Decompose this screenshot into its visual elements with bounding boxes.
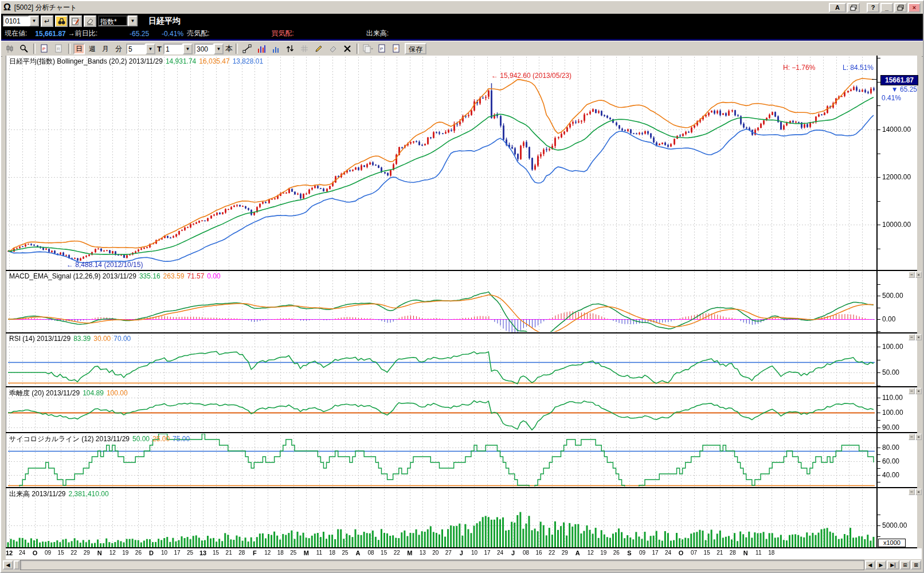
sort-arrows-button[interactable] [284, 43, 296, 55]
pane-close-button[interactable]: × [915, 334, 922, 340]
pane-close-button[interactable]: × [915, 489, 922, 495]
eraser-icon [86, 17, 94, 25]
pane-close-button[interactable]: × [915, 388, 922, 394]
scroll-split-handle[interactable] [14, 560, 19, 570]
help-button[interactable]: ? [867, 3, 879, 13]
copy-chart-button[interactable] [362, 43, 374, 55]
export-settings-button[interactable]: P [376, 43, 389, 55]
scroll-left2-button[interactable]: ◀ [865, 560, 875, 570]
volume2-overlay-button[interactable] [269, 43, 282, 55]
trendline-button[interactable] [241, 43, 253, 55]
pane-minimize-button[interactable]: − [909, 434, 915, 440]
search-button[interactable] [55, 15, 68, 27]
x-axis-label: 22 [71, 550, 77, 556]
symbol-code-combo: ▼ [3, 15, 39, 26]
x-axis-label: 25 [342, 550, 348, 556]
indicator-value: 104.89 [83, 389, 104, 397]
symbol-code-dropdown-arrow-icon[interactable]: ▼ [29, 15, 39, 26]
x-axis-label: 20 [432, 550, 438, 556]
pane-close-button[interactable]: × [915, 272, 922, 278]
interval-combo: 1 ▼ [163, 44, 193, 54]
layout-grid-button[interactable]: ⊞ [900, 560, 910, 570]
quote-row: ▼ ↵ 指数* ▼ 日経平均 [1, 14, 923, 28]
pane-minimize-button[interactable]: − [909, 272, 915, 278]
scroll-to-end-button[interactable]: ▶| [887, 560, 899, 570]
minute-bars-arrow-icon[interactable]: ▼ [146, 44, 155, 54]
axis-label: 80.00 [882, 444, 899, 452]
app-logo-icon: Ω [3, 3, 11, 12]
interval-arrow-icon[interactable]: ▼ [183, 44, 193, 54]
delete-all-button[interactable] [341, 43, 354, 55]
category-value[interactable]: 指数* [98, 15, 128, 26]
indicator-value: 2,381,410.00 [69, 490, 109, 498]
grid-button[interactable] [298, 43, 311, 55]
grid-icon [300, 44, 309, 53]
period-day-button[interactable]: 日 [73, 44, 85, 54]
x-axis-label: J [460, 550, 463, 556]
memo-icon [72, 17, 80, 25]
svg-text:R: R [57, 46, 60, 52]
scrollbar-track[interactable] [20, 560, 864, 570]
restore-button[interactable] [894, 3, 907, 13]
pane-close-button[interactable]: × [915, 434, 922, 440]
period-month-button[interactable]: 月 [100, 44, 111, 54]
indicator-value: 71.57 [187, 272, 204, 280]
pane-minimize-button[interactable]: − [909, 388, 915, 394]
indicator-value: 75.00 [173, 435, 190, 443]
interval-value[interactable]: 1 [163, 44, 183, 54]
import-settings-button[interactable]: P [390, 43, 403, 55]
x-axis-label: 22 [394, 550, 400, 556]
layout-close-button[interactable]: ⊠ [911, 560, 921, 570]
chart-area[interactable]: 日経平均(指数) Bollinger_Bands (20,2) 2013/11/… [2, 56, 922, 559]
x-axis-label: 15 [58, 550, 64, 556]
export-page-icon: P [378, 44, 386, 53]
pane-label-dev: 乖離度 (20) 2013/11/29104.89100.00 [9, 388, 131, 398]
draw-button[interactable] [312, 43, 325, 55]
scroll-left-button[interactable]: ◀ [3, 560, 13, 570]
pane-minimize-button[interactable]: − [909, 334, 915, 340]
candlestick-type-button[interactable] [3, 43, 16, 55]
duplicate-window-icon [850, 5, 857, 11]
x-axis-label: 10 [161, 550, 167, 556]
period-minute-button[interactable]: 分 [113, 44, 124, 54]
x-axis-label: 24 [665, 550, 671, 556]
app-window: Ω [5002] 分析チャート A ? _ × ▼ ↵ [0, 0, 924, 573]
enter-button[interactable]: ↵ [41, 15, 53, 27]
page-copy-button[interactable]: R [53, 43, 65, 55]
zoom-button[interactable] [18, 43, 30, 55]
bar-count-value[interactable]: 300 [194, 44, 214, 54]
high-low-readout: H: −1.76% L: 84.51% [783, 64, 874, 72]
volume-overlay-button[interactable] [255, 43, 268, 55]
volume-unit-box: x1000 [878, 539, 906, 547]
magnifier-icon [19, 44, 29, 53]
bar-count-arrow-icon[interactable]: ▼ [214, 44, 224, 54]
font-size-button[interactable]: A [829, 3, 846, 13]
symbol-code-input[interactable] [3, 15, 29, 26]
x-axis-label: J [511, 550, 515, 556]
eraser2-icon [328, 44, 338, 53]
axis-label: 0.00 [882, 315, 895, 323]
close-button[interactable]: × [908, 3, 921, 13]
memo-button[interactable] [69, 15, 82, 27]
x-axis-label: M [407, 550, 412, 556]
save-button[interactable]: 保存 [405, 43, 426, 54]
pane-minimize-button[interactable]: − [909, 489, 915, 495]
x-axis-label: 19 [122, 550, 128, 556]
minute-bars-value[interactable]: 5 [126, 44, 146, 54]
x-axis-label: 08 [523, 550, 529, 556]
category-dropdown-arrow-icon[interactable]: ▼ [128, 15, 138, 26]
duplicate-window-button[interactable] [847, 3, 860, 13]
clear-button[interactable] [84, 15, 96, 27]
x-axis-label: 26 [135, 550, 142, 556]
period-week-button[interactable]: 週 [87, 44, 98, 54]
indicator-value: 335.16 [139, 272, 160, 280]
x-axis-label: 12 [264, 550, 271, 556]
x-axis-label: 21 [717, 550, 723, 556]
indicator-value: 30.00 [93, 335, 111, 343]
minimize-button[interactable]: _ [880, 3, 893, 13]
scroll-right-button[interactable]: ▶ [876, 560, 886, 570]
axis-label: 40.00 [882, 471, 899, 479]
x-axis-label: 11 [316, 550, 322, 556]
new-page-button[interactable]: P [38, 43, 51, 55]
erase-drawing-button[interactable] [327, 43, 339, 55]
